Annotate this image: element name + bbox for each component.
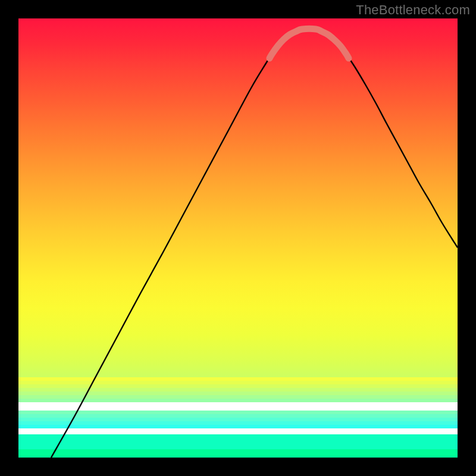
- bottleneck-curve: [51, 29, 458, 458]
- curve-layer: [18, 18, 458, 458]
- trough-highlight: [270, 29, 349, 58]
- chart-frame: TheBottleneck.com: [0, 0, 476, 476]
- plot-area: [18, 18, 458, 458]
- watermark-text: TheBottleneck.com: [356, 2, 470, 18]
